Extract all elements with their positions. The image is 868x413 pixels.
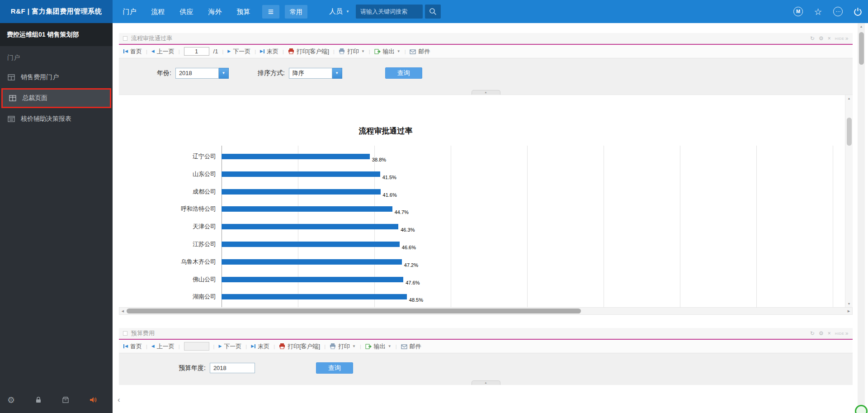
refresh-icon[interactable]: ↻ (810, 36, 815, 41)
printer-client-icon (288, 48, 294, 54)
print-client-button[interactable]: 打印[客户端] (279, 342, 320, 351)
favorites-button[interactable]: ☆ (813, 6, 823, 17)
star-icon: ☆ (814, 7, 822, 16)
lock-icon[interactable] (35, 396, 42, 404)
speaker-audio-icon[interactable] (89, 396, 98, 404)
refresh-icon[interactable]: ↻ (810, 331, 815, 336)
page-vertical-scrollbar[interactable]: ▲ (858, 23, 865, 413)
page-number-input[interactable] (184, 47, 209, 56)
divider: | (360, 344, 361, 349)
panel-title: 预算费用 (131, 329, 155, 337)
divider: | (213, 344, 215, 349)
value-label: 46.3% (401, 227, 415, 233)
filter-collapse-tab[interactable]: ▲ (472, 380, 500, 385)
nav-item-supply[interactable]: 供应 (172, 0, 201, 23)
print-button[interactable]: 打印 ▼ (330, 342, 356, 351)
budget-year-input[interactable] (210, 363, 255, 373)
gear-icon[interactable]: ⚙ (819, 331, 824, 336)
nav-item-process[interactable]: 流程 (144, 0, 172, 23)
panel-collapse-checkbox[interactable] (123, 36, 127, 41)
page-number-input[interactable] (184, 342, 209, 351)
next-page-button[interactable]: ▶ 下一页 (227, 47, 250, 56)
next-page-icon: ▶ (218, 344, 222, 348)
scrollbar-thumb[interactable] (847, 118, 852, 146)
close-icon[interactable]: × (828, 331, 831, 336)
category-label: 江苏公司 (119, 240, 216, 248)
nav-item-overseas[interactable]: 海外 (201, 0, 229, 23)
search-button[interactable] (425, 5, 441, 19)
divider: | (324, 344, 326, 349)
search-category-dropdown[interactable]: 人员 ▼ (329, 7, 349, 16)
query-button[interactable]: 查询 (385, 67, 422, 79)
divider: | (222, 49, 223, 54)
nav-item-budget[interactable]: 预算 (229, 0, 258, 23)
keyword-search-input[interactable] (356, 5, 423, 19)
dropdown-arrow-button[interactable]: ▼ (332, 68, 342, 79)
sidebar-bottom-toolbar: ⚙ ‹ (0, 387, 113, 413)
topbar-right-icons: M ☆ ⋯ (793, 6, 863, 17)
prev-page-button[interactable]: ◀ 上一页 (151, 47, 175, 56)
chart-title: 流程审批通过率 (182, 126, 589, 136)
double-chevron-icon: » (845, 331, 849, 336)
last-page-button[interactable]: ▶ 末页 (251, 342, 269, 351)
first-page-button[interactable]: ◀ 首页 (123, 47, 142, 56)
sort-dropdown[interactable]: 降序 ▼ (289, 68, 342, 79)
last-page-button[interactable]: ▶ 末页 (260, 47, 278, 56)
filter-area: 年份: 2018 ▼ 排序方式: 降序 ▼ 查询 ▲ (119, 58, 853, 95)
more-options-button[interactable]: ⋯ (833, 6, 843, 17)
chart-vertical-scrollbar[interactable]: ▲ ▼ (845, 95, 853, 307)
report-pagination-toolbar: ◀ 首页 | ◀ 上一页 | | ▶ 下一页 | ▶ 末页 (119, 340, 853, 353)
package-box-icon[interactable] (62, 396, 69, 404)
chevron-down-icon: ▼ (335, 71, 339, 75)
nav-item-portal[interactable]: 门户 (115, 0, 144, 23)
message-badge-button[interactable]: M (793, 6, 803, 17)
filter-collapse-tab[interactable]: ▲ (472, 90, 500, 95)
hide-panel-button[interactable]: HIDE » (835, 36, 849, 41)
query-button[interactable]: 查询 (316, 362, 353, 374)
scroll-down-arrow-icon[interactable]: ▼ (845, 300, 853, 307)
printer-icon (339, 48, 345, 54)
scroll-left-arrow-icon[interactable]: ◀ (119, 308, 126, 314)
value-label: 38.8% (372, 157, 386, 162)
common-shortcuts-button[interactable]: 常用 (285, 5, 307, 19)
year-filter-label: 年份: (157, 69, 171, 77)
sidebar-item-president-page[interactable]: 总裁页面 (1, 88, 111, 108)
chart-horizontal-scrollbar[interactable]: ◀ ▶ (119, 307, 853, 315)
logout-power-button[interactable] (853, 6, 863, 17)
close-icon[interactable]: × (828, 36, 831, 41)
scroll-up-arrow-icon[interactable]: ▲ (858, 23, 865, 30)
mail-button[interactable]: 邮件 (401, 342, 421, 351)
dropdown-arrow-button[interactable]: ▼ (219, 68, 229, 79)
settings-gear-icon[interactable]: ⚙ (7, 396, 15, 404)
category-label: 乌鲁木齐公司 (119, 258, 216, 266)
export-button[interactable]: 输出 ▼ (365, 342, 392, 351)
print-button[interactable]: 打印 ▼ (339, 47, 365, 56)
sidebar-section-portal: 门户 (0, 46, 113, 67)
mail-label: 邮件 (410, 342, 421, 351)
panel-collapse-checkbox[interactable] (123, 331, 127, 336)
printer-icon (330, 343, 336, 349)
export-button[interactable]: 输出 ▼ (374, 47, 401, 56)
prev-page-button[interactable]: ◀ 上一页 (151, 342, 175, 351)
scrollbar-thumb[interactable] (127, 309, 581, 313)
year-dropdown[interactable]: 2018 ▼ (175, 68, 229, 79)
divider: | (283, 49, 284, 54)
m-badge-icon: M (793, 7, 803, 16)
grid-window-icon (8, 74, 15, 81)
mail-button[interactable]: 邮件 (410, 47, 430, 56)
filter-area: 预算年度: 查询 ▲ (119, 353, 853, 385)
scroll-right-arrow-icon[interactable]: ▶ (845, 308, 852, 314)
sidebar-item-sales-expense-portal[interactable]: 销售费用门户 (0, 67, 113, 87)
scrollbar-thumb[interactable] (859, 32, 864, 65)
main-nav: 门户 流程 供应 海外 预算 (115, 0, 258, 23)
first-page-label: 首页 (130, 47, 142, 56)
hamburger-menu-button[interactable]: ≡ (262, 5, 279, 19)
gear-icon[interactable]: ⚙ (819, 36, 824, 41)
first-page-button[interactable]: ◀ 首页 (123, 342, 142, 351)
print-client-button[interactable]: 打印[客户端] (288, 47, 329, 56)
sidebar-item-pricing-report[interactable]: 核价辅助决策报表 (0, 109, 113, 129)
sidebar-collapse-arrow[interactable]: ‹ (118, 395, 120, 404)
scroll-up-arrow-icon[interactable]: ▲ (845, 95, 853, 102)
next-page-button[interactable]: ▶ 下一页 (218, 342, 241, 351)
hide-panel-button[interactable]: HIDE » (835, 331, 849, 336)
